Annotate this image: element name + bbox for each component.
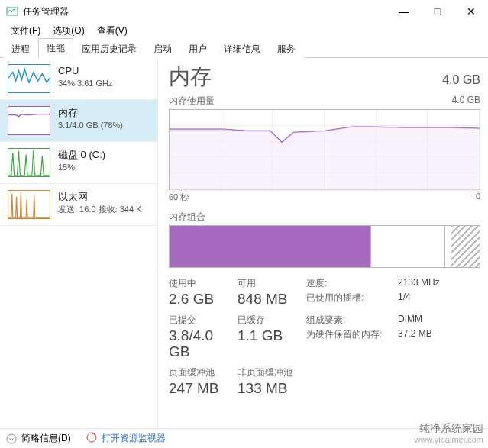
axis-left: 60 秒: [169, 192, 189, 203]
svg-point-2: [87, 433, 96, 442]
tab-services[interactable]: 服务: [269, 39, 304, 58]
speed-value: 2133 MHz: [398, 277, 480, 290]
in-use-value: 2.6 GB: [169, 292, 238, 308]
avail-label: 可用: [238, 277, 306, 290]
tab-bar: 进程 性能 应用历史记录 启动 用户 详细信息 服务: [0, 40, 488, 58]
cpu-thumb-icon: [8, 64, 50, 93]
sidebar-item-sub: 15%: [58, 162, 105, 173]
tab-performance[interactable]: 性能: [38, 38, 73, 58]
paged-value: 247 MB: [169, 381, 238, 397]
commit-value: 3.8/4.0 GB: [169, 328, 238, 360]
cached-value: 1.1 GB: [238, 328, 306, 360]
open-resmon-link[interactable]: 打开资源监视器: [102, 432, 166, 445]
commit-label: 已提交: [169, 314, 238, 327]
ethernet-thumb-icon: [8, 190, 50, 219]
sidebar-item-label: 内存: [58, 106, 123, 120]
sidebar-item-ethernet[interactable]: 以太网 发送: 16.0 接收: 344 K: [0, 184, 157, 226]
in-use-label: 使用中: [169, 277, 238, 290]
panel-capacity: 4.0 GB: [442, 73, 480, 87]
memory-thumb-icon: [8, 106, 50, 135]
tab-users[interactable]: 用户: [180, 39, 215, 58]
sidebar-item-sub: 3.1/4.0 GB (78%): [58, 120, 123, 131]
form-value: DIMM: [398, 314, 480, 327]
menu-options[interactable]: 选项(O): [47, 23, 90, 40]
memory-composition-chart: [169, 225, 480, 268]
avail-value: 848 MB: [238, 292, 306, 308]
minimize-button[interactable]: —: [387, 0, 421, 23]
bottom-bar: 简略信息(D) 打开资源监视器: [0, 428, 488, 448]
slots-value: 1/4: [398, 292, 480, 312]
disk-thumb-icon: [8, 148, 50, 177]
nonpaged-value: 133 MB: [238, 381, 306, 397]
menu-bar: 文件(F) 选项(O) 查看(V): [0, 23, 488, 40]
memory-usage-chart: [169, 109, 480, 190]
chevron-down-icon[interactable]: [6, 433, 17, 444]
usage-cap: 4.0 GB: [452, 95, 480, 108]
fewer-details-button[interactable]: 简略信息(D): [21, 432, 71, 445]
sidebar-item-label: 以太网: [58, 190, 141, 204]
composition-label: 内存组合: [169, 211, 480, 224]
form-label: 组成要素:: [306, 314, 398, 327]
usage-label: 内存使用量: [169, 95, 215, 108]
tab-details[interactable]: 详细信息: [215, 39, 269, 58]
cached-label: 已缓存: [238, 314, 306, 327]
sidebar-item-disk[interactable]: 磁盘 0 (C:) 15%: [0, 142, 157, 184]
tab-history[interactable]: 应用历史记录: [73, 39, 145, 58]
sidebar-item-sub: 34% 3.61 GHz: [58, 78, 113, 89]
menu-view[interactable]: 查看(V): [91, 23, 134, 40]
nonpaged-label: 非页面缓冲池: [238, 366, 306, 379]
composition-hw: [451, 226, 480, 267]
sidebar-item-cpu[interactable]: CPU 34% 3.61 GHz: [0, 58, 157, 100]
sidebar-item-label: 磁盘 0 (C:): [58, 148, 105, 162]
sidebar-item-label: CPU: [58, 64, 113, 78]
memory-panel: 内存 4.0 GB 内存使用量 4.0 GB 60 秒 0 内存组合 使用中 可…: [158, 58, 488, 428]
tab-processes[interactable]: 进程: [3, 39, 38, 58]
sidebar-item-sub: 发送: 16.0 接收: 344 K: [58, 204, 141, 215]
composition-free: [445, 226, 451, 267]
maximize-button[interactable]: □: [421, 0, 454, 23]
app-icon: [6, 5, 18, 18]
resmon-icon: [86, 432, 97, 445]
composition-margin: [371, 226, 445, 267]
sidebar-item-memory[interactable]: 内存 3.1/4.0 GB (78%): [0, 100, 157, 142]
hw-label: 为硬件保留的内存:: [306, 328, 398, 365]
composition-used: [170, 226, 371, 267]
slots-label: 已使用的插槽:: [306, 292, 398, 312]
window-title: 任务管理器: [23, 5, 69, 18]
axis-right: 0: [476, 192, 480, 203]
paged-label: 页面缓冲池: [169, 366, 238, 379]
hw-value: 37.2 MB: [398, 328, 480, 365]
panel-title: 内存: [169, 63, 212, 92]
performance-sidebar: CPU 34% 3.61 GHz 内存 3.1/4.0 GB (78%): [0, 58, 158, 428]
speed-label: 速度:: [306, 277, 398, 290]
title-bar: 任务管理器 — □ ✕: [0, 0, 488, 23]
menu-file[interactable]: 文件(F): [5, 23, 47, 40]
tab-startup[interactable]: 启动: [145, 39, 180, 58]
svg-point-1: [7, 434, 16, 443]
close-button[interactable]: ✕: [454, 0, 488, 23]
